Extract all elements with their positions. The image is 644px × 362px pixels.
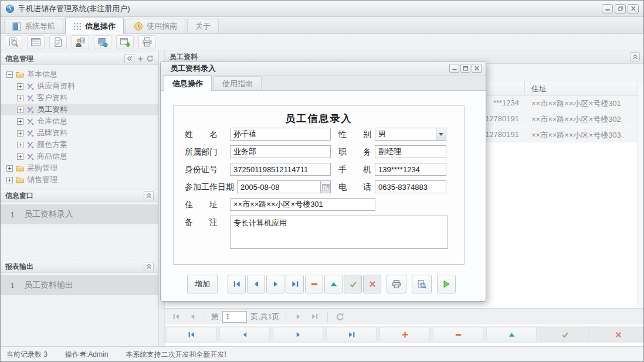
toolbar-document-button[interactable]	[49, 35, 67, 49]
app-title: 手机进销存管理系统(非注册用户)	[18, 4, 130, 14]
department-field[interactable]	[230, 145, 331, 158]
dropdown-button[interactable]	[436, 128, 446, 140]
tree-node-warehouse[interactable]: 仓库信息	[1, 115, 158, 127]
tab-about[interactable]: 关于	[187, 19, 219, 33]
tree-node-sales-mgmt[interactable]: 销售管理	[1, 174, 158, 186]
gender-select[interactable]	[375, 128, 446, 141]
mobile-field[interactable]	[375, 163, 446, 176]
expander-minus-icon[interactable]	[6, 71, 13, 78]
nav-last-button[interactable]	[326, 327, 377, 342]
dialog-minimize-button[interactable]	[449, 64, 459, 73]
tree-node-brand[interactable]: 品牌资料	[1, 127, 158, 139]
dialog-tab-user-guide[interactable]: 使用指南	[213, 76, 262, 90]
tree-node-employee[interactable]: 员工资料	[1, 104, 158, 115]
calendar-button[interactable]	[320, 181, 330, 193]
toolbar-form-button[interactable]	[27, 35, 45, 49]
column-header-address[interactable]: 住址	[531, 84, 547, 94]
pager-next-button[interactable]	[292, 310, 305, 323]
tab-system-nav[interactable]: 系统导航	[4, 19, 63, 33]
dialog-close-button[interactable]	[472, 64, 482, 73]
tree-node-purchase-mgmt[interactable]: 采购管理	[1, 162, 158, 174]
name-field[interactable]	[230, 128, 331, 141]
dialog-maximize-button[interactable]	[460, 64, 470, 73]
nav-prev-button[interactable]	[219, 327, 270, 342]
record-edit-button[interactable]	[486, 327, 537, 342]
tab-user-guide[interactable]: 使用指南	[126, 19, 185, 33]
window-restore-button[interactable]	[615, 4, 626, 13]
next-record-button[interactable]	[266, 275, 284, 293]
nav-next-button[interactable]	[273, 327, 323, 342]
work-date-picker[interactable]	[237, 180, 331, 193]
run-button[interactable]	[437, 275, 456, 293]
nav-first-button[interactable]	[166, 327, 216, 342]
pager-prefix-label: 第	[211, 312, 219, 322]
panel-header-info-windows: 信息窗口	[1, 189, 158, 202]
collapse-left-button[interactable]	[124, 54, 134, 63]
add-node-button[interactable]	[137, 56, 144, 62]
remark-field[interactable]: 专长计算机应用	[230, 216, 448, 249]
expander-plus-icon[interactable]	[17, 107, 23, 113]
work-date-field[interactable]	[237, 180, 331, 193]
toolbar-print-button[interactable]	[138, 35, 156, 49]
pager-prev-button[interactable]	[186, 310, 199, 323]
info-window-item-employee-entry[interactable]: 1 员工资料录入	[1, 204, 158, 224]
tree-node-product[interactable]: 商品信息	[1, 151, 158, 162]
window-close-button[interactable]	[628, 4, 639, 13]
toolbar-user-report-button[interactable]	[72, 35, 89, 49]
phone-field[interactable]	[375, 180, 446, 193]
separator	[205, 312, 205, 322]
app-window: 手机进销存管理系统(非注册用户) 系统导航 信息操作 使用指南 关于	[0, 0, 644, 362]
edit-record-button[interactable]	[324, 275, 343, 293]
toolbar-search-button[interactable]	[5, 35, 22, 49]
expander-plus-icon[interactable]	[17, 118, 23, 125]
delete-record-button[interactable]	[305, 275, 323, 293]
record-cancel-button[interactable]	[593, 327, 643, 342]
tab-info-operation[interactable]: 信息操作	[65, 18, 124, 34]
expander-plus-icon[interactable]	[17, 130, 23, 136]
pager-refresh-button[interactable]	[334, 310, 347, 323]
collapse-panel-button[interactable]	[144, 191, 154, 200]
cancel-record-button[interactable]	[363, 275, 381, 293]
toolbar-monitor-button[interactable]	[94, 35, 111, 49]
save-record-button[interactable]	[344, 275, 362, 293]
expander-plus-icon[interactable]	[17, 83, 23, 90]
restore-icon	[618, 6, 623, 11]
record-save-button[interactable]	[540, 327, 590, 342]
form-view-icon	[30, 37, 41, 47]
dialog-titlebar[interactable]: 员工资料录入	[161, 62, 486, 76]
tree-node-supplier[interactable]: 供应商资料	[1, 80, 158, 92]
collapse-panel-button[interactable]	[144, 262, 154, 271]
pager-first-button[interactable]	[170, 310, 182, 323]
expander-plus-icon[interactable]	[6, 177, 13, 183]
column-divider	[524, 81, 525, 95]
address-field[interactable]	[230, 198, 375, 211]
first-record-button[interactable]	[228, 275, 246, 293]
calendar-icon	[322, 183, 330, 191]
toolbar-window-add-button[interactable]	[116, 35, 134, 49]
expander-plus-icon[interactable]	[17, 142, 23, 148]
vertical-scrollbar[interactable]	[638, 81, 644, 308]
tree-node-customer[interactable]: 客户资料	[1, 92, 158, 104]
pager-last-button[interactable]	[309, 310, 321, 323]
refresh-tree-button[interactable]	[147, 55, 154, 62]
dialog-tab-info-operation[interactable]: 信息操作	[164, 76, 212, 91]
record-add-button[interactable]	[379, 327, 430, 342]
preview-button[interactable]	[412, 275, 432, 293]
tree-node-color-scheme[interactable]: 颜色方案	[1, 139, 158, 151]
report-item-employee-output[interactable]: 1 员工资料输出	[1, 275, 158, 295]
prev-record-button[interactable]	[247, 275, 265, 293]
add-button[interactable]: 增加	[187, 275, 218, 293]
last-record-button[interactable]	[286, 275, 304, 293]
id-number-field[interactable]	[230, 163, 331, 176]
collapse-panel-button[interactable]	[630, 52, 640, 62]
expander-plus-icon[interactable]	[17, 95, 23, 101]
print-button[interactable]	[387, 275, 406, 293]
page-number-input[interactable]	[222, 311, 247, 323]
last-icon	[348, 331, 355, 339]
expander-plus-icon[interactable]	[6, 165, 13, 172]
tree-node-basic-info[interactable]: 基本信息	[1, 69, 158, 80]
expander-plus-icon[interactable]	[17, 153, 23, 160]
record-delete-button[interactable]	[433, 327, 483, 342]
window-minimize-button[interactable]	[602, 4, 613, 13]
position-field[interactable]	[375, 145, 446, 158]
